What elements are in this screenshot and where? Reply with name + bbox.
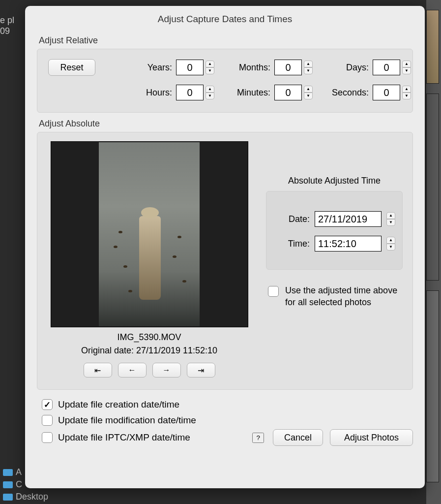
minutes-stepper[interactable]: ▲ ▼ (304, 86, 313, 99)
help-button[interactable]: ? (252, 433, 264, 443)
adjust-dates-dialog: Adjust Capture Dates and Times Adjust Re… (25, 6, 425, 488)
section-label-relative: Adjust Relative (39, 35, 413, 46)
cancel-button[interactable]: Cancel (273, 429, 323, 446)
update-options: Update file creation date/time Update fi… (37, 398, 413, 446)
nav-next-button[interactable]: → (152, 363, 181, 378)
date-stepper[interactable]: ▲ ▼ (386, 212, 395, 226)
minutes-step-down[interactable]: ▼ (304, 93, 313, 99)
next-icon: → (163, 366, 171, 375)
days-step-up[interactable]: ▲ (402, 61, 411, 67)
years-input[interactable] (176, 60, 204, 75)
reset-button[interactable]: Reset (48, 59, 95, 76)
date-step-up[interactable]: ▲ (386, 212, 395, 219)
days-label: Days: (314, 63, 373, 73)
time-input[interactable] (315, 236, 382, 252)
first-icon: ⇤ (94, 366, 101, 375)
days-input[interactable] (373, 60, 400, 75)
minutes-input[interactable] (274, 85, 302, 100)
time-step-up[interactable]: ▲ (386, 237, 395, 244)
hours-input[interactable] (176, 85, 204, 100)
option-modification-checkbox[interactable] (42, 415, 53, 426)
adjust-photos-button[interactable]: Adjust Photos (330, 429, 413, 446)
option-iptc-label: Update file IPTC/XMP date/time (58, 432, 190, 443)
use-all-row[interactable]: Use the adjusted time above for all sele… (266, 284, 403, 308)
days-stepper[interactable]: ▲ ▼ (402, 61, 411, 74)
years-stepper[interactable]: ▲ ▼ (206, 61, 214, 74)
option-iptc-row[interactable]: Update file IPTC/XMP date/time (40, 431, 190, 444)
seconds-label: Seconds: (314, 88, 373, 98)
seconds-stepper[interactable]: ▲ ▼ (402, 86, 411, 99)
months-step-up[interactable]: ▲ (304, 61, 313, 67)
seconds-step-up[interactable]: ▲ (402, 86, 411, 93)
last-icon: ⇥ (198, 366, 204, 375)
original-date: Original date: 27/11/2019 11:52:10 (81, 346, 217, 356)
years-label: Years: (117, 63, 176, 73)
absolute-right: Absolute Adjusted Time Date: ▲ ▼ Time: (266, 141, 403, 378)
option-iptc-checkbox[interactable] (42, 432, 53, 443)
preview-frame (51, 141, 248, 327)
use-all-checkbox[interactable] (268, 286, 279, 297)
use-all-label: Use the adjusted time above for all sele… (285, 284, 403, 308)
hours-step-up[interactable]: ▲ (206, 86, 214, 93)
preview-filename: IMG_5390.MOV (117, 332, 181, 343)
months-stepper[interactable]: ▲ ▼ (304, 61, 313, 74)
date-label: Date: (282, 214, 310, 224)
years-step-down[interactable]: ▼ (206, 67, 214, 74)
section-label-absolute: Adjust Absolute (39, 119, 413, 129)
option-creation-row[interactable]: Update file creation date/time (40, 398, 413, 411)
date-step-down[interactable]: ▼ (386, 219, 395, 226)
relative-panel: Reset Years: ▲ ▼ Months: ▲ ▼ Days: (37, 49, 413, 113)
time-stepper[interactable]: ▲ ▼ (386, 237, 395, 251)
preview-nav: ⇤ ← → ⇥ (84, 363, 215, 378)
time-label: Time: (282, 239, 310, 249)
option-creation-checkbox[interactable] (42, 399, 53, 410)
absolute-panel: IMG_5390.MOV Original date: 27/11/2019 1… (37, 132, 413, 390)
nav-last-button[interactable]: ⇥ (187, 363, 215, 378)
option-modification-row[interactable]: Update file modification date/time (40, 413, 413, 427)
bg-text: e pl 09 (0, 15, 14, 36)
minutes-step-up[interactable]: ▲ (304, 86, 313, 93)
bg-right-strip (426, 0, 441, 504)
years-step-up[interactable]: ▲ (206, 61, 214, 67)
hours-stepper[interactable]: ▲ ▼ (206, 86, 214, 99)
months-label: Months: (215, 63, 274, 73)
months-input[interactable] (274, 60, 302, 75)
preview-column: IMG_5390.MOV Original date: 27/11/2019 1… (47, 141, 251, 378)
days-step-down[interactable]: ▼ (402, 67, 411, 74)
date-input[interactable] (315, 211, 382, 227)
nav-prev-button[interactable]: ← (118, 363, 147, 378)
time-step-down[interactable]: ▼ (386, 244, 395, 251)
nav-first-button[interactable]: ⇤ (84, 363, 112, 378)
prev-icon: ← (128, 366, 136, 375)
months-step-down[interactable]: ▼ (304, 67, 313, 74)
absolute-fields: Date: ▲ ▼ Time: ▲ ▼ (266, 191, 403, 270)
seconds-step-down[interactable]: ▼ (402, 93, 411, 99)
preview-image (99, 142, 200, 326)
absolute-adjusted-title: Absolute Adjusted Time (266, 176, 403, 186)
hours-step-down[interactable]: ▼ (206, 93, 214, 99)
seconds-input[interactable] (373, 85, 400, 100)
option-creation-label: Update file creation date/time (58, 399, 179, 410)
dialog-title: Adjust Capture Dates and Times (25, 6, 425, 30)
hours-label: Hours: (117, 88, 176, 98)
minutes-label: Minutes: (215, 88, 274, 98)
option-modification-label: Update file modification date/time (58, 415, 196, 426)
